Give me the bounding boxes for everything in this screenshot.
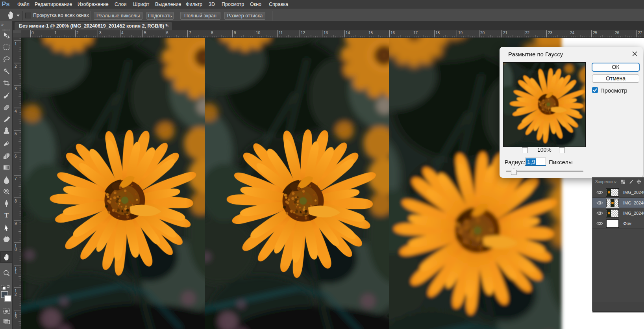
svg-text:9: 9 [234, 31, 236, 35]
svg-text:8: 8 [15, 199, 17, 203]
svg-text:»: » [1, 22, 4, 27]
svg-text:8: 8 [211, 31, 213, 35]
svg-text:27: 27 [638, 31, 642, 35]
svg-text:18: 18 [435, 31, 440, 35]
svg-text:4: 4 [121, 31, 124, 35]
svg-text:14: 14 [346, 31, 350, 35]
svg-text:12: 12 [15, 289, 17, 297]
svg-text:1: 1 [54, 31, 57, 35]
svg-text:15: 15 [368, 31, 373, 35]
svg-text:10: 10 [256, 31, 261, 35]
svg-text:T: T [4, 212, 9, 219]
svg-text:2: 2 [76, 31, 79, 35]
svg-text:7: 7 [189, 31, 191, 35]
svg-text:5: 5 [15, 132, 17, 136]
svg-text:13: 13 [324, 31, 328, 35]
svg-text:2: 2 [15, 64, 17, 69]
svg-text:17: 17 [413, 31, 418, 35]
svg-text:11: 11 [15, 266, 17, 274]
svg-text:1: 1 [15, 42, 17, 46]
svg-text:3: 3 [99, 31, 102, 35]
svg-text:6: 6 [15, 154, 17, 158]
svg-text:26: 26 [615, 31, 620, 35]
svg-text:5: 5 [144, 31, 146, 35]
svg-text:16: 16 [390, 31, 395, 35]
svg-text:23: 23 [548, 31, 553, 35]
svg-text:21: 21 [503, 31, 508, 35]
svg-text:4: 4 [15, 109, 17, 113]
svg-text:7: 7 [15, 177, 17, 181]
svg-text:6: 6 [166, 31, 168, 35]
svg-text:22: 22 [525, 31, 530, 35]
svg-text:0: 0 [31, 31, 34, 35]
svg-text:11: 11 [279, 31, 283, 35]
svg-text:25: 25 [593, 31, 598, 35]
svg-text:24: 24 [570, 31, 575, 35]
svg-text:3: 3 [15, 87, 17, 91]
svg-text:10: 10 [15, 244, 17, 252]
svg-text:13: 13 [15, 311, 17, 319]
svg-text:20: 20 [480, 31, 485, 35]
svg-text:12: 12 [301, 31, 305, 35]
svg-text:9: 9 [15, 221, 17, 226]
svg-text:19: 19 [458, 31, 463, 35]
